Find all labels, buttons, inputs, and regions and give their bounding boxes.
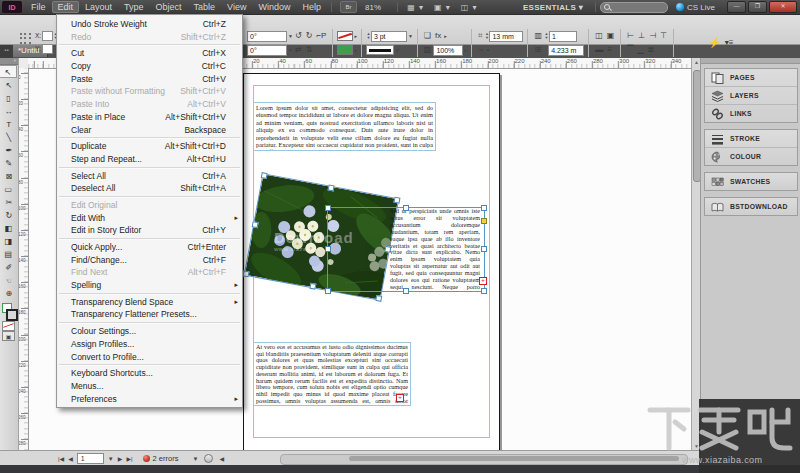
menu-item-select-all[interactable]: Select AllCtrl+A bbox=[57, 170, 242, 183]
menu-object[interactable]: Object bbox=[150, 2, 188, 12]
frame-tool[interactable]: ⊠ bbox=[0, 169, 17, 182]
tools-panel-header[interactable]: » bbox=[0, 58, 18, 65]
preflight-errors-label[interactable]: 2 errors bbox=[153, 454, 179, 463]
overset-text-icon[interactable]: + bbox=[396, 394, 404, 402]
stroke-swatch-none[interactable] bbox=[337, 31, 353, 41]
menu-item-quick-apply[interactable]: Quick Apply...Ctrl+Enter bbox=[57, 241, 242, 254]
text-frame-top[interactable]: Lorem ipsum dolor sit amet, consectetur … bbox=[253, 102, 436, 151]
wrap-bounding-box-icon[interactable]: ▣ bbox=[607, 31, 615, 41]
menu-item-find-change[interactable]: Find/Change...Ctrl+F bbox=[57, 254, 242, 267]
minimize-button[interactable]: — bbox=[727, 1, 746, 13]
panel-menu-icon[interactable]: ▾≡ bbox=[725, 38, 734, 48]
panel-button-bstdownload[interactable]: BSTDOWNLOAD bbox=[705, 198, 797, 215]
menu-item-cut[interactable]: CutCtrl+X bbox=[57, 47, 242, 60]
text-frame-bottom[interactable]: At vero eos et accusamus et iusto odio d… bbox=[253, 342, 411, 406]
stroke-weight-field[interactable]: 3 pt bbox=[371, 31, 407, 42]
align-left-icon[interactable]: ⊢ bbox=[627, 31, 634, 41]
gutter-field[interactable]: 4.233 m bbox=[548, 45, 584, 56]
menu-view[interactable]: View bbox=[221, 2, 252, 12]
previous-page-button[interactable]: ◀ bbox=[68, 455, 73, 462]
horizontal-scrollbar[interactable] bbox=[280, 454, 688, 465]
panel-button-swatches[interactable]: SWATCHES bbox=[705, 173, 797, 190]
pen-tool[interactable]: ✒ bbox=[0, 143, 17, 156]
frame-handle[interactable] bbox=[403, 205, 409, 211]
apply-none-button[interactable] bbox=[2, 321, 15, 331]
preflight-menu-icon[interactable]: ▼ bbox=[192, 456, 198, 462]
menu-item-assign-profiles[interactable]: Assign Profiles... bbox=[57, 338, 242, 351]
screen-mode-button[interactable]: ▣ ▾ bbox=[434, 3, 451, 12]
shear-angle-field[interactable]: 0° bbox=[247, 45, 287, 56]
last-page-button[interactable]: ▶| bbox=[126, 455, 132, 462]
zoom-level-dropdown[interactable]: 81% ▼ bbox=[365, 3, 389, 12]
menu-item-menus[interactable]: Menus... bbox=[57, 380, 242, 393]
menu-item-colour-settings[interactable]: Colour Settings... bbox=[57, 325, 242, 338]
view-options-button[interactable]: ▦ ▾ bbox=[407, 3, 424, 12]
image-handle[interactable] bbox=[261, 172, 268, 179]
quick-apply-icon[interactable]: ⚡ bbox=[708, 38, 720, 48]
close-button[interactable]: ✕ bbox=[769, 1, 797, 13]
page-tool[interactable]: ▯ bbox=[0, 91, 17, 104]
menu-window[interactable]: Window bbox=[252, 2, 296, 12]
arrange-documents-button[interactable]: ◫ ▾ bbox=[461, 3, 478, 12]
corner-options-handle[interactable] bbox=[481, 218, 487, 224]
first-page-button[interactable]: |◀ bbox=[58, 455, 64, 462]
menu-table[interactable]: Table bbox=[188, 2, 222, 12]
rotate-ccw-icon[interactable]: ↺ bbox=[295, 31, 302, 41]
menu-item-undo-stroke-weight[interactable]: Undo Stroke WeightCtrl+Z bbox=[57, 18, 242, 31]
next-page-button[interactable]: ▶ bbox=[118, 455, 123, 462]
horizontal-scroll-thumb[interactable] bbox=[349, 456, 679, 461]
gradient-swatch-tool[interactable]: ◧ bbox=[0, 221, 17, 234]
panel-button-layers[interactable]: LAYERS bbox=[705, 87, 797, 105]
menu-item-keyboard-shortcuts[interactable]: Keyboard Shortcuts... bbox=[57, 367, 242, 380]
reference-point-proxy[interactable] bbox=[20, 33, 32, 45]
frame-handle[interactable] bbox=[325, 288, 331, 294]
type-tool[interactable]: T bbox=[0, 117, 17, 130]
panel-button-links[interactable]: LINKS bbox=[705, 105, 797, 122]
free-transform-tool[interactable]: ↻ bbox=[0, 208, 17, 221]
frame-handle[interactable] bbox=[325, 246, 331, 252]
align-top-icon[interactable]: ⊤ bbox=[660, 31, 667, 41]
menu-item-edit-with[interactable]: Edit With▸ bbox=[57, 212, 242, 225]
restore-button[interactable]: ❐ bbox=[748, 1, 767, 13]
menu-item-transparency-blend-space[interactable]: Transparency Blend Space▸ bbox=[57, 296, 242, 309]
wrap-object-shape-icon[interactable]: ▬ bbox=[595, 45, 603, 55]
menu-item-deselect-all[interactable]: Deselect AllShift+Ctrl+A bbox=[57, 182, 242, 195]
line-tool[interactable]: ╲ bbox=[0, 130, 17, 143]
image-handle[interactable] bbox=[328, 184, 335, 191]
drop-shadow-icon[interactable]: ❏ bbox=[424, 31, 431, 41]
distribute-space-icon[interactable]: ≣ bbox=[648, 45, 655, 55]
menu-edit[interactable]: Edit bbox=[52, 1, 80, 13]
image-handle[interactable] bbox=[252, 221, 259, 228]
menu-item-edit-in-story-editor[interactable]: Edit in Story EditorCtrl+Y bbox=[57, 224, 242, 237]
object-effects-icon[interactable]: fx bbox=[435, 31, 441, 41]
menu-item-transparency-flattener-presets[interactable]: Transparency Flattener Presets... bbox=[57, 308, 242, 321]
page-number-field[interactable]: 1 bbox=[77, 453, 104, 464]
frame-handle[interactable] bbox=[481, 246, 487, 252]
distribute-v-icon[interactable]: ▁ bbox=[637, 45, 643, 55]
distribute-icon[interactable]: ▔ bbox=[627, 45, 633, 55]
columns-field[interactable]: 1 bbox=[549, 31, 577, 42]
document-page[interactable]: Lorem ipsum dolor sit amet, consectetur … bbox=[243, 73, 500, 450]
image-handle[interactable] bbox=[393, 197, 400, 204]
menu-item-convert-to-profile[interactable]: Convert to Profile... bbox=[57, 351, 242, 364]
corner-shape-icon[interactable]: ¬ bbox=[478, 45, 483, 55]
fill-stroke-proxy[interactable] bbox=[0, 301, 17, 321]
frame-handle[interactable] bbox=[481, 288, 487, 294]
x-position-field[interactable]: X:▲▼ bbox=[35, 30, 58, 41]
pane-divider-icon[interactable]: ◀ bbox=[219, 455, 224, 462]
menu-item-copy[interactable]: CopyCtrl+C bbox=[57, 60, 242, 73]
clear-transform-icon[interactable]: ⌐P bbox=[316, 31, 326, 41]
align-center-icon[interactable]: ⊥ bbox=[638, 31, 645, 41]
stroke-swatch[interactable] bbox=[6, 309, 18, 321]
text-frame-middle-selected[interactable]: Sed ut perspiciatis unde omnis iste natu… bbox=[327, 207, 485, 292]
zoom-tool[interactable]: ⊕ bbox=[0, 286, 17, 299]
menu-item-clear[interactable]: ClearBackspace bbox=[57, 124, 242, 137]
vertical-ruler[interactable]: 020406080100120140160180200220240260280 bbox=[18, 68, 29, 450]
y-position-field[interactable]: Y:▲▼ bbox=[35, 43, 58, 54]
menu-type[interactable]: Type bbox=[118, 2, 150, 12]
pencil-tool[interactable]: ✎ bbox=[0, 156, 17, 169]
corner-radius-field[interactable]: 13 mm bbox=[489, 31, 523, 42]
menu-file[interactable]: File bbox=[25, 2, 52, 12]
search-input[interactable] bbox=[600, 2, 668, 13]
stroke-type-dropdown[interactable] bbox=[366, 45, 394, 55]
